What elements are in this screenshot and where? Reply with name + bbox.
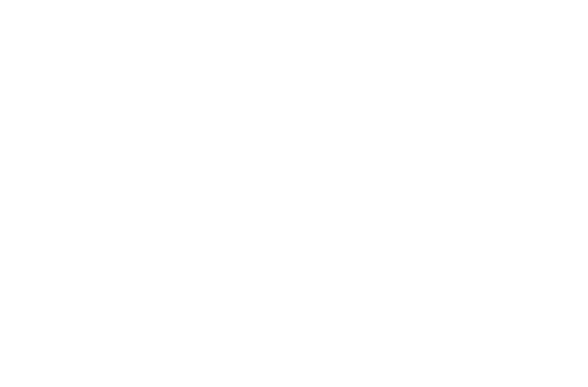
- code-editor: [0, 0, 588, 387]
